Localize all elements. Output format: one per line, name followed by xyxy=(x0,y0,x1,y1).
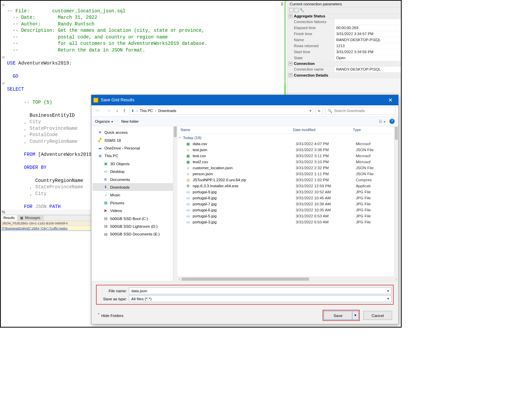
col-name[interactable]: Name xyxy=(181,128,293,132)
refresh-icon[interactable]: ↻ xyxy=(315,107,323,114)
file-row[interactable]: ⚙npp.8.3.3.Installer.x64.exe3/31/2022 12… xyxy=(177,183,398,189)
file-row[interactable]: ▦test2.csv3/31/2022 3:10 PMMicrosof xyxy=(177,159,398,165)
file-row[interactable]: ♫test.json3/31/2022 3:38 PMJSON File xyxy=(177,147,398,153)
tab-messages-label: Messages xyxy=(25,216,40,220)
grid-column-header[interactable]: JSON_F52E2B61-18A1-11d1-B105-00805F4 xyxy=(1,221,92,226)
tree-item[interactable]: ★Quick access xyxy=(92,128,176,136)
chevron-down-icon: ▼ xyxy=(111,120,113,123)
section-aggregate: Aggregate Status xyxy=(294,14,325,18)
tree-item[interactable]: ▣3D Objects xyxy=(92,160,176,167)
search-placeholder: Search Downloads xyxy=(334,109,365,113)
props-row[interactable]: Elapsed time00:00:00.269 xyxy=(288,25,401,31)
tree-item[interactable]: ▦Pictures xyxy=(92,199,176,206)
file-list-header[interactable]: Name Date modified Type xyxy=(177,126,398,134)
breadcrumb[interactable]: ⬇ › This PC › Downloads ▾ xyxy=(130,107,313,114)
props-row[interactable]: Connection nameRANDY-DESKTOP-P\SQL xyxy=(288,67,401,73)
search-input[interactable]: 🔍 Search Downloads xyxy=(325,107,396,114)
tab-results[interactable]: Results xyxy=(1,215,17,221)
file-date: 3/31/2022 10:45 AM xyxy=(296,196,356,200)
grid-json-cell[interactable]: [{"BusinessEntityID":2954,"City":"Coffs … xyxy=(1,226,92,231)
new-folder-button[interactable]: New folder xyxy=(121,119,139,123)
props-wrench-icon[interactable]: 🔧 xyxy=(299,8,304,12)
tree-item[interactable]: 🗎Documents xyxy=(92,175,176,183)
cancel-button[interactable]: Cancel xyxy=(363,311,392,320)
dialog-titlebar[interactable]: Save Grid Results ✕ xyxy=(91,95,398,105)
tree-item[interactable]: ♪Music xyxy=(92,191,176,199)
tree-item[interactable]: ▭Desktop xyxy=(92,168,176,175)
tree-item[interactable]: ☁OneDrive - Personal xyxy=(92,144,176,152)
file-row[interactable]: ▭portugal-8.jpg3/31/2022 10:45 AMJPG Fil… xyxy=(177,195,398,201)
props-row[interactable]: NameRANDY-DESKTOP-P\SQL xyxy=(288,37,401,43)
file-row[interactable]: ▦data.csv3/31/2022 4:07 PMMicrosof xyxy=(177,141,398,147)
file-list-vscrollbar[interactable] xyxy=(394,126,398,277)
file-row[interactable]: ▭portugal-3.jpg3/31/2022 6:53 AMJPG File xyxy=(177,219,398,225)
save-button[interactable]: Save xyxy=(324,311,352,320)
chevron-down-icon: › xyxy=(178,137,182,138)
props-value: RANDY-DESKTOP-P\SQL xyxy=(335,37,401,43)
folder-tree[interactable]: ★Quick access▞SSMS 18☁OneDrive - Persona… xyxy=(91,126,177,281)
file-list[interactable]: ▦data.csv3/31/2022 4:07 PMMicrosof♫test.… xyxy=(177,141,398,277)
c-desc-lbl: Description: xyxy=(21,28,55,33)
chevron-down-icon[interactable]: ▾ xyxy=(387,296,389,301)
organize-button[interactable]: Organize ▼ xyxy=(95,119,113,123)
props-row[interactable]: Connection failures xyxy=(288,19,401,25)
folder-icon: ▦ xyxy=(103,200,108,205)
file-date: 3/31/2022 10:52 AM xyxy=(296,190,356,194)
collapse-aggregate-icon[interactable]: − xyxy=(289,14,292,18)
tree-item[interactable]: ▤500GB SSD Documents (E:) xyxy=(92,230,176,238)
props-row[interactable]: Rows returned1213 xyxy=(288,43,401,49)
save-dropdown-button[interactable]: ▼ xyxy=(352,311,359,320)
file-row[interactable]: ▥JSToolNPP.1.2202.0.uni.64.zip3/31/2022 … xyxy=(177,177,398,183)
col-date[interactable]: Date modified xyxy=(293,128,353,132)
tree-item[interactable]: ▞SSMS 18 xyxy=(92,136,176,144)
collapse-connection-details-icon[interactable]: − xyxy=(289,73,292,77)
hide-folders-button[interactable]: ˄ Hide Folders xyxy=(98,313,123,318)
tab-messages[interactable]: ▦Messages xyxy=(18,215,44,221)
splitter-icon[interactable]: ⇕ xyxy=(280,1,284,7)
col4: , PostalCode xyxy=(24,132,58,137)
tree-item[interactable]: ▤500GB SSD Lightroom (D:) xyxy=(92,222,176,230)
props-row[interactable]: Finish time3/31/2022 3:34:57 PM xyxy=(288,31,401,37)
file-name: person.json xyxy=(193,172,296,176)
props-alpha-icon[interactable] xyxy=(294,8,298,12)
props-categorized-icon[interactable] xyxy=(289,8,293,12)
close-icon[interactable]: ✕ xyxy=(384,97,396,103)
tree-scrollbar[interactable] xyxy=(173,126,177,281)
props-row[interactable]: Start time3/31/2022 3:34:56 PM xyxy=(288,49,401,55)
file-row[interactable]: ▦test.csv3/31/2022 3:11 PMMicrosof xyxy=(177,153,398,159)
breadcrumb-folder[interactable]: Downloads xyxy=(158,109,176,113)
file-name-field[interactable]: data.json ▾ xyxy=(129,288,392,294)
view-options-icon[interactable]: ☷ ▼ xyxy=(379,119,386,123)
nav-up-icon[interactable]: ↑ xyxy=(121,107,127,114)
breadcrumb-root[interactable]: This PC xyxy=(140,109,153,113)
col-type[interactable]: Type xyxy=(353,128,399,132)
file-name: portugal-8.jpg xyxy=(193,196,296,200)
file-group-today[interactable]: › Today (18) xyxy=(177,134,398,141)
file-row[interactable]: ♫customer_location.json3/31/2022 2:32 PM… xyxy=(177,165,398,171)
chevron-down-icon[interactable]: ▾ xyxy=(387,289,389,293)
chevron-down-icon[interactable]: ▾ xyxy=(310,109,311,113)
nav-back-icon[interactable]: ← xyxy=(94,107,102,114)
tree-item[interactable]: ▶Videos xyxy=(92,207,176,214)
file-row[interactable]: ♫person.json3/31/2022 1:11 PMJSON File xyxy=(177,171,398,177)
file-row[interactable]: ▭portugal-6.jpg3/31/2022 10:35 AMJPG Fil… xyxy=(177,207,398,213)
tree-item[interactable]: ⬇Downloads xyxy=(92,183,176,191)
tree-item[interactable]: ▤500GB SSD Boot (C:) xyxy=(92,214,176,222)
file-row[interactable]: ▭portugal-9.jpg3/31/2022 10:52 AMJPG Fil… xyxy=(177,189,398,195)
connection-parameters-panel: Current connection parameters 🔧 −Aggrega… xyxy=(287,1,401,95)
file-row[interactable]: ▭portugal-7.jpg3/31/2022 10:38 AMJPG Fil… xyxy=(177,201,398,207)
tree-item[interactable]: 🖥This PC xyxy=(92,152,176,160)
nav-recent-icon[interactable]: ▾ xyxy=(115,108,119,113)
props-toolbar[interactable]: 🔧 xyxy=(288,7,401,14)
file-type: Microsof xyxy=(356,160,398,164)
help-icon[interactable]: ? xyxy=(390,119,395,124)
order1: CountryRegionName xyxy=(35,178,83,183)
c-author-val: Randy Runtsch xyxy=(58,21,95,27)
file-list-hscrollbar[interactable]: ‹› xyxy=(177,277,398,281)
save-type-field[interactable]: All files (*.*) ▾ xyxy=(129,295,392,302)
props-row[interactable]: StateOpen xyxy=(288,55,401,61)
file-type-icon: ▦ xyxy=(185,142,191,146)
collapse-connection-icon[interactable]: − xyxy=(289,62,292,66)
kw-for: FOR xyxy=(24,204,32,209)
file-row[interactable]: ▭portugal-5.jpg3/31/2022 6:53 AMJPG File xyxy=(177,213,398,219)
